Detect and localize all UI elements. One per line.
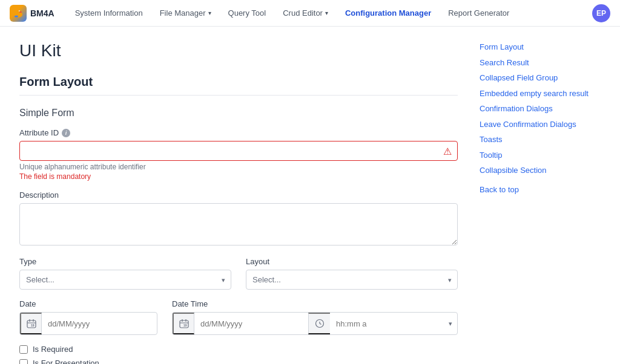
description-label: Description — [19, 190, 458, 200]
page-title: UI Kit — [19, 41, 460, 60]
section-title: Form Layout — [19, 75, 458, 96]
logo-text: BM4A — [30, 8, 54, 18]
date-text-input[interactable] — [42, 314, 157, 333]
datetime-calendar-button[interactable]: 19 — [173, 313, 194, 334]
is-required-checkbox[interactable] — [19, 345, 28, 354]
date-input-wrap: 19 — [19, 312, 157, 335]
attribute-id-label: Attribute ID i — [19, 128, 458, 137]
clock-icon — [315, 319, 325, 328]
toc-embedded-empty[interactable]: Embedded empty search result — [480, 88, 601, 100]
nav-avatar[interactable]: EP — [592, 4, 610, 22]
toc-tooltip[interactable]: Tooltip — [480, 149, 601, 161]
nav-report-generator[interactable]: Report Generator — [440, 0, 518, 27]
description-textarea[interactable] — [19, 203, 458, 245]
toc-sidebar: Form Layout Search Result Collapsed Fiel… — [480, 41, 601, 364]
attribute-id-info-icon[interactable]: i — [62, 129, 70, 137]
svg-line-18 — [320, 323, 322, 325]
nav-crud-editor[interactable]: Crud Editor ▾ — [274, 0, 337, 27]
attribute-id-input[interactable] — [19, 141, 458, 161]
datetime-col: Date Time 19 — [172, 299, 458, 335]
layout-label: Layout — [246, 257, 458, 266]
toc-collapsed-field-group[interactable]: Collapsed Field Group — [480, 72, 601, 84]
time-input[interactable] — [330, 314, 444, 333]
datetime-date-input[interactable] — [194, 314, 308, 333]
layout-col: Layout Select... ▾ — [246, 257, 458, 290]
file-manager-chevron: ▾ — [208, 10, 211, 16]
svg-text:19: 19 — [31, 323, 35, 327]
attribute-id-hint: Unique alphanumeric attribute identifier — [19, 163, 458, 171]
nav-query-tool[interactable]: Query Tool — [220, 0, 275, 27]
type-col: Type Select... ▾ — [19, 257, 231, 290]
toc-leave-confirmation[interactable]: Leave Confirmation Dialogs — [480, 119, 601, 131]
logo-svg — [13, 8, 24, 19]
toc-form-layout[interactable]: Form Layout — [480, 41, 601, 53]
crud-editor-chevron: ▾ — [325, 10, 328, 16]
svg-text:19: 19 — [183, 323, 187, 327]
nav-configuration-manager[interactable]: Configuration Manager — [337, 0, 440, 27]
attribute-id-error-icon: ⚠ — [443, 145, 452, 157]
main-content: UI Kit Form Layout Simple Form Attribute… — [19, 41, 460, 364]
nav-links: System Information File Manager ▾ Query … — [67, 0, 592, 27]
is-for-presentation-label[interactable]: Is For Presentation — [33, 359, 99, 364]
is-for-presentation-group: Is For Presentation — [19, 359, 458, 364]
date-col: Date 19 — [19, 299, 157, 335]
datetime-input-wrap: 19 ▾ — [172, 312, 458, 335]
type-layout-row: Type Select... ▾ Layout S — [19, 257, 458, 290]
datetime-calendar-icon: 19 — [179, 319, 189, 328]
toc-confirmation-dialogs[interactable]: Confirmation Dialogs — [480, 103, 601, 115]
type-label: Type — [19, 257, 231, 266]
time-clock-button[interactable] — [308, 313, 330, 334]
is-for-presentation-checkbox[interactable] — [19, 359, 28, 365]
svg-point-5 — [15, 15, 18, 17]
svg-point-3 — [19, 10, 20, 11]
calendar-icon: 19 — [27, 319, 36, 328]
logo-icon — [10, 5, 27, 22]
toc-collapsible-section[interactable]: Collapsible Section — [480, 164, 601, 177]
attribute-id-input-wrapper: ⚠ — [19, 141, 458, 161]
layout-select[interactable]: Select... — [246, 270, 458, 290]
scroll-area[interactable]: Form Layout Simple Form Attribute ID i ⚠… — [19, 75, 460, 364]
nav-file-manager[interactable]: File Manager ▾ — [151, 0, 220, 27]
svg-point-1 — [16, 9, 21, 14]
time-dropdown-arrow[interactable]: ▾ — [444, 320, 457, 328]
svg-point-4 — [19, 11, 22, 13]
type-select-wrap: Select... ▾ — [19, 270, 231, 290]
is-required-group: Is Required — [19, 345, 458, 354]
date-row: Date 19 — [19, 299, 458, 335]
date-label: Date — [19, 299, 157, 308]
navbar: BM4A System Information File Manager ▾ Q… — [0, 0, 620, 27]
attribute-id-group: Attribute ID i ⚠ Unique alphanumeric att… — [19, 128, 458, 181]
page-wrap: UI Kit Form Layout Simple Form Attribute… — [0, 27, 620, 364]
is-required-label[interactable]: Is Required — [33, 345, 73, 354]
datetime-label: Date Time — [172, 299, 458, 308]
type-select[interactable]: Select... — [19, 270, 231, 290]
toc-toasts[interactable]: Toasts — [480, 134, 601, 146]
description-group: Description — [19, 190, 458, 247]
nav-logo[interactable]: BM4A — [10, 5, 54, 22]
nav-system-information[interactable]: System Information — [67, 0, 151, 27]
date-calendar-button[interactable]: 19 — [20, 313, 42, 334]
layout-select-wrap: Select... ▾ — [246, 270, 458, 290]
attribute-id-error: The field is mandatory — [19, 172, 458, 181]
toc-search-result[interactable]: Search Result — [480, 57, 601, 69]
toc-back-to-top[interactable]: Back to top — [480, 184, 601, 196]
subsection-title: Simple Form — [19, 108, 458, 119]
